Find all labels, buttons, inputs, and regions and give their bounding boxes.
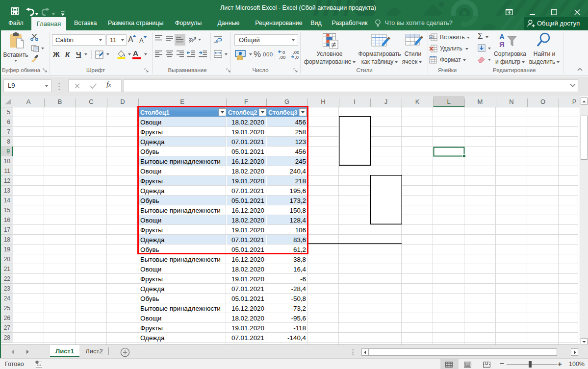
svg-text:,00: ,00 — [293, 49, 299, 55]
svg-text:-50,8: -50,8 — [291, 295, 306, 302]
svg-text:18.02.2020: 18.02.2020 — [231, 266, 264, 273]
svg-text:07.01.2021: 07.01.2021 — [231, 334, 264, 342]
svg-text:-95,6: -95,6 — [291, 315, 306, 322]
svg-text:-140,4: -140,4 — [287, 334, 307, 342]
svg-text:16.12.2020: 16.12.2020 — [231, 305, 264, 312]
svg-text:16.12.2020: 16.12.2020 — [231, 256, 264, 263]
svg-text:-73,2: -73,2 — [291, 305, 306, 312]
svg-text:19.01.2020: 19.01.2020 — [231, 324, 264, 332]
svg-text:16,4: 16,4 — [293, 266, 307, 273]
svg-text:-28,4: -28,4 — [291, 285, 306, 293]
svg-text:38,8: 38,8 — [293, 256, 306, 263]
svg-text:Фрукты: Фрукты — [140, 275, 163, 283]
svg-text:-6: -6 — [300, 275, 306, 283]
svg-text:Одежда: Одежда — [140, 334, 165, 342]
svg-text:ab: ab — [189, 36, 194, 43]
svg-text:,0: ,0 — [295, 54, 299, 60]
svg-text:07.01.2021: 07.01.2021 — [231, 285, 264, 293]
svg-text:05.01.2021: 05.01.2021 — [231, 295, 264, 302]
svg-text:,00: ,00 — [279, 54, 285, 60]
svg-text:-118: -118 — [293, 324, 306, 332]
svg-text:18.02.2020: 18.02.2020 — [231, 315, 264, 322]
svg-text:Бытовые принадлежности: Бытовые принадлежности — [140, 305, 221, 312]
svg-text:Обувь: Обувь — [140, 295, 159, 302]
svg-text:Одежда: Одежда — [140, 285, 165, 293]
svg-text:19.01.2020: 19.01.2020 — [231, 275, 264, 283]
svg-text:0: 0 — [282, 49, 285, 55]
svg-text:Фрукты: Фрукты — [140, 324, 163, 332]
svg-text:А: А — [499, 32, 505, 41]
svg-text:Овощи: Овощи — [140, 266, 161, 273]
svg-text:Бытовые принадлежности: Бытовые принадлежности — [140, 256, 221, 263]
svg-text:Я: Я — [499, 40, 505, 49]
svg-text:Овощи: Овощи — [140, 315, 161, 322]
